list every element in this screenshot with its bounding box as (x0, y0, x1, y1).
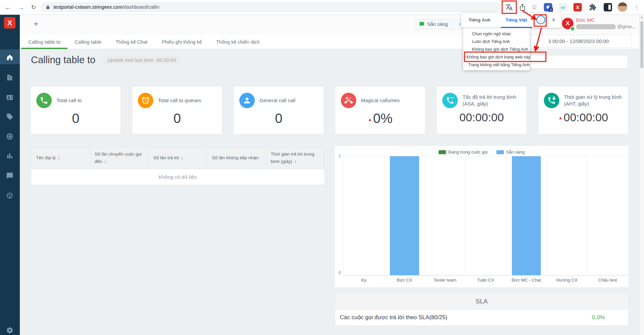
translate-menu-item-khong-bao-gio-dich-tieng-anh[interactable]: Không bao giờ dịch Tiếng Anh (463, 45, 530, 53)
translate-icon[interactable] (505, 3, 513, 11)
chart-x-labels: KỳĐức CXTester teamTuấn CXĐức MC - ChatH… (344, 278, 628, 283)
translate-menu-item-luon-dich-tieng-anh[interactable]: Luôn dịch Tiếng Anh (463, 38, 530, 45)
sort-arrows-icon[interactable]: ▲▼ (294, 160, 296, 163)
chart-column-uc-mc-chat (506, 156, 547, 275)
scrollbar-thumb[interactable] (640, 21, 643, 68)
extension-badge: 3 (549, 7, 553, 12)
chart-column-tester-team (425, 156, 466, 275)
column-header-so-lan-tra-loi[interactable]: Số lần trả lời▲▼ (149, 147, 207, 169)
agents-table: Tên đại lý▲▼Số lần chuyển cuộc gọi đến▲▼… (31, 147, 325, 185)
tab-calling-table[interactable]: Calling table (68, 35, 109, 49)
stat-card-value: 0 (239, 111, 318, 126)
translate-menu-item-khong-bao-gio-dich-trang-web-nay[interactable]: ✓Không bao giờ dịch trang web này (463, 53, 530, 61)
translate-popup: Tiếng Anh Tiếng Việt ⋮ × (461, 13, 561, 28)
agent-status-dropdown[interactable]: Sẵn sàng ▾ (415, 19, 465, 29)
stat-card-thoi-gian-xu-ly-trung-binh-aht-giay: Thời gian xử lý trung bình (AHT, giây)▲0… (538, 87, 628, 134)
sort-arrows-icon[interactable]: ▲▼ (104, 160, 107, 163)
chart-column-huong-cx (547, 156, 588, 275)
home-icon[interactable] (6, 54, 13, 61)
sort-arrows-icon[interactable]: ▲▼ (58, 157, 60, 160)
cx-extension-icon[interactable]: cx (559, 3, 567, 11)
x-label-tuan-cx: Tuấn CX (466, 278, 506, 283)
date-range-text: 3 00:00 - 12/08/2023 00:00 (548, 38, 609, 44)
building-icon[interactable] (6, 74, 13, 81)
agent-icon (239, 93, 255, 108)
new-internal-tab-button[interactable]: + (34, 19, 38, 29)
active-tab-underline (501, 27, 532, 28)
chat-icon[interactable] (6, 172, 13, 179)
checkmark-icon: ✓ (463, 55, 467, 59)
y-tick-bottom: 0 (336, 270, 341, 275)
x-label-huong-cx: Hương CX (547, 278, 587, 283)
stat-card-total-call-to: Total call to0 (31, 87, 120, 134)
password-manager-extension-icon[interactable]: 3 (544, 3, 552, 11)
stat-card-value: 00:00:00 (442, 111, 521, 124)
target-icon[interactable] (6, 133, 13, 140)
share-icon[interactable] (519, 3, 526, 11)
title-row: Calling table to Update end last time: 0… (31, 54, 180, 66)
date-range-picker[interactable]: 3 00:00 - 12/08/2023 00:00 (530, 35, 632, 48)
tab-phieu-ghi-thong-ke[interactable]: Phiếu ghi thống kê (155, 35, 209, 49)
stringeex-logo[interactable]: X (4, 17, 15, 29)
update-time-badge: Update end last time: 09:29:03 (103, 55, 180, 65)
stringeex-extension-icon[interactable]: X (573, 3, 582, 11)
agents-table-empty-row: Không có dữ liệu (31, 169, 325, 185)
sla-row-value: 0,0% (592, 314, 605, 321)
tab-thong-ke-chien-dich[interactable]: Thống kê chiến dịch (209, 35, 267, 49)
column-header-so-lan-chuyen-cuoc-goi-en[interactable]: Số lần chuyển cuộc gọi đến▲▼ (90, 147, 149, 169)
sla-row: Các cuộc gọi được trả lời theo SLA(80/25… (335, 309, 628, 326)
user-email-suffix: @gma... (617, 24, 636, 29)
page-scrollbar[interactable]: ▲ (639, 14, 644, 335)
stat-card-value: 0 (138, 111, 216, 126)
extensions-puzzle-icon[interactable] (589, 3, 597, 11)
translate-tab-english[interactable]: Tiếng Anh (469, 13, 490, 27)
reload-icon[interactable]: ↻ (29, 3, 38, 12)
side-panel-icon[interactable] (604, 3, 612, 11)
chart-legend: Đang trong cuộc gọiSẵn sàng (335, 150, 629, 155)
bookmark-star-icon[interactable]: ☆ (530, 2, 539, 12)
stat-card-label: Magical callumes (361, 97, 400, 104)
online-status-dot (570, 26, 575, 31)
translate-tab-vietnamese[interactable]: Tiếng Việt (506, 13, 527, 27)
legend-swatch (439, 150, 446, 154)
translate-menu-item-chon-ngon-ngu-khac[interactable]: Chọn ngôn ngữ khác (463, 30, 530, 38)
bar-chart-icon[interactable] (6, 152, 13, 160)
tag-icon[interactable] (6, 113, 13, 120)
tab-calling-table-to[interactable]: Calling table to (21, 35, 68, 49)
translate-close-icon[interactable]: × (550, 16, 557, 24)
legend-item-san-sang: Sẵn sàng (496, 150, 525, 155)
chart-plot (344, 156, 628, 276)
gear-icon[interactable] (6, 327, 13, 334)
browser-menu-kebab-icon[interactable]: ⋮ (632, 3, 641, 12)
translate-menu-item-trang-khong-viet-bang-tieng-anh[interactable]: Trang không viết bằng Tiếng Anh (463, 61, 530, 69)
stat-card-label: Total call to (56, 97, 82, 104)
sort-arrows-icon[interactable]: ▲▼ (181, 157, 184, 160)
user-email-redacted (576, 24, 616, 29)
stat-card-general-call-call: General call call0 (234, 87, 323, 134)
scrollbar-up-icon[interactable]: ▲ (640, 16, 644, 19)
address-bar[interactable]: testportal-cxteam.stringeex.com/dashboar… (40, 2, 500, 12)
screen: ← → ↻ testportal-cxteam.stringeex.com/da… (0, 0, 644, 335)
page-title: Calling table to (31, 54, 95, 66)
status-chat-icon (419, 22, 425, 27)
column-header-ten-ai-ly[interactable]: Tên đại lý▲▼ (31, 147, 90, 169)
forward-icon[interactable]: → (16, 3, 26, 12)
stat-card-value: ▲0% (341, 111, 419, 126)
x-label-chau-test: Châu test (587, 278, 628, 283)
back-icon[interactable]: ← (3, 3, 13, 12)
sla-table: SLA Các cuộc gọi được trả lời theo SLA(8… (335, 293, 629, 326)
stat-card-total-call-to-queues: Total call to queues0 (132, 87, 222, 134)
contacts-icon[interactable] (6, 94, 13, 101)
stat-card-magical-callumes: Magical callumes▲0% (335, 87, 425, 134)
x-label-tester-team: Tester team (425, 278, 466, 283)
phone-icon (36, 93, 52, 108)
product-icon[interactable] (6, 192, 13, 199)
alarm-icon (138, 93, 153, 108)
browser-profile-avatar[interactable] (618, 2, 627, 12)
translate-options-kebab-icon[interactable]: ⋮ (536, 15, 545, 24)
app-sidebar: X (0, 14, 20, 335)
agent-status-label: Sẵn sàng (427, 22, 448, 27)
stat-card-toc-o-tra-loi-trung-binh-asa-giay: Tốc độ trả lời trung bình (ASA, giây)00:… (437, 87, 526, 134)
column-header-thoi-gian-tra-loi-trung-binh-giay[interactable]: Thời gian trả lời trung bình (giây)▲▼ (266, 147, 324, 169)
tab-thong-ke-chat[interactable]: Thống kê Chat (109, 35, 155, 49)
